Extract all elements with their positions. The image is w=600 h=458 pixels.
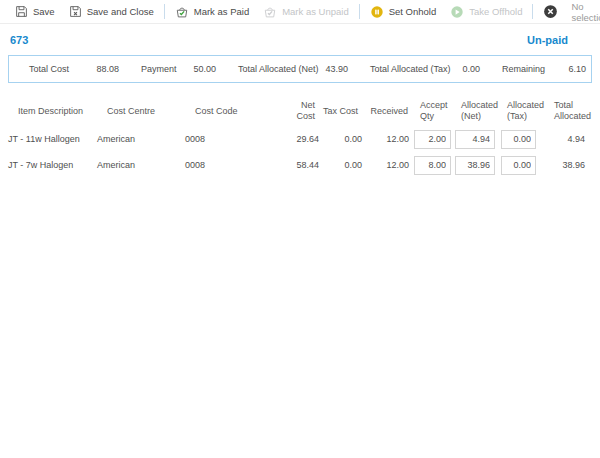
cell-total-allocated: 38.96	[540, 160, 593, 170]
allocation-table: Item Description Cost Centre Cost Code N…	[0, 96, 600, 178]
save-icon	[15, 5, 28, 18]
summary-total-allocated-tax: Total Allocated (Tax) 0.00	[370, 64, 480, 74]
column-header-net-cost: Net Cost	[282, 100, 319, 122]
cell-cost-code: 0008	[185, 160, 282, 170]
column-header-cost-code: Cost Code	[185, 106, 282, 117]
allocated-tax-input[interactable]	[501, 130, 536, 149]
cell-net-cost: 29.64	[282, 134, 319, 144]
save-and-close-button[interactable]: Save and Close	[62, 0, 161, 23]
save-label: Save	[33, 6, 55, 17]
toolbar-separator	[164, 4, 165, 19]
column-header-accept-qty: Accept Qty	[412, 100, 453, 122]
column-header-received: Received	[362, 106, 412, 117]
record-header: 673 Un-paid	[0, 24, 600, 46]
mark-as-paid-button[interactable]: Mark as Paid	[168, 0, 256, 23]
summary-label: Total Cost	[29, 64, 69, 74]
record-id: 673	[10, 34, 28, 46]
cell-item-description: JT - 7w Halogen	[8, 160, 97, 170]
summary-label: Payment	[141, 64, 177, 74]
summary-value: 6.10	[568, 64, 586, 74]
column-header-item-description: Item Description	[8, 106, 97, 117]
set-onhold-label: Set Onhold	[389, 6, 437, 17]
save-and-close-icon	[69, 5, 82, 18]
play-circle-icon	[450, 5, 464, 19]
selection-search-field[interactable]: No selection	[565, 3, 600, 21]
table-row: JT - 7w Halogen American 0008 58.44 0.00…	[0, 152, 600, 178]
column-header-tax-cost: Tax Cost	[319, 106, 362, 117]
allocated-net-input[interactable]	[455, 156, 495, 175]
cell-net-cost: 58.44	[282, 160, 319, 170]
toolbar-separator	[359, 4, 360, 19]
cell-cost-centre: American	[97, 134, 185, 144]
allocated-tax-input[interactable]	[501, 156, 536, 175]
summary-label: Total Allocated (Tax)	[370, 64, 451, 74]
mark-as-unpaid-icon	[263, 5, 277, 19]
summary-total-allocated-net: Total Allocated (Net) 43.90	[238, 64, 348, 74]
cell-total-allocated: 4.94	[540, 134, 593, 144]
summary-remaining: Remaining 6.10	[502, 64, 586, 74]
table-row: JT - 11w Hallogen American 0008 29.64 0.…	[0, 126, 600, 152]
summary-label: Total Allocated (Net)	[238, 64, 319, 74]
summary-value: 0.00	[462, 64, 480, 74]
toolbar-separator	[532, 4, 533, 19]
save-button[interactable]: Save	[8, 0, 62, 23]
mark-as-paid-icon	[175, 5, 189, 19]
mark-as-paid-label: Mark as Paid	[194, 6, 249, 17]
mark-as-unpaid-button: Mark as Unpaid	[256, 0, 356, 23]
summary-total-cost: Total Cost 88.08	[29, 64, 119, 74]
summary-label: Remaining	[502, 64, 545, 74]
summary-value: 43.90	[325, 64, 348, 74]
table-header-row: Item Description Cost Centre Cost Code N…	[0, 96, 600, 126]
cell-received: 12.00	[362, 134, 412, 144]
allocated-net-input[interactable]	[455, 130, 495, 149]
status-badge: Un-paid	[527, 34, 568, 46]
accept-qty-input[interactable]	[414, 130, 451, 149]
pause-circle-icon	[370, 5, 384, 19]
save-and-close-label: Save and Close	[87, 6, 154, 17]
toolbar: Save Save and Close Mark as Paid	[0, 0, 600, 24]
selection-search-placeholder: No selection	[571, 1, 600, 23]
cell-tax-cost: 0.00	[319, 134, 362, 144]
summary-payment: Payment 50.00	[141, 64, 216, 74]
cell-tax-cost: 0.00	[319, 160, 362, 170]
mark-as-unpaid-label: Mark as Unpaid	[282, 6, 349, 17]
cell-cost-centre: American	[97, 160, 185, 170]
set-onhold-button[interactable]: Set Onhold	[363, 0, 444, 23]
column-header-total-allocated: Total Allocated	[540, 100, 593, 122]
column-header-allocated-tax: Allocated (Tax)	[499, 100, 540, 122]
totals-summary-bar: Total Cost 88.08 Payment 50.00 Total All…	[8, 55, 592, 83]
column-header-allocated-net: Allocated (Net)	[453, 100, 499, 122]
take-offhold-label: Take Offhold	[469, 6, 522, 17]
close-circle-icon	[543, 4, 558, 19]
summary-value: 88.08	[96, 64, 119, 74]
column-header-cost-centre: Cost Centre	[97, 106, 185, 117]
clear-selection-button[interactable]	[536, 0, 565, 23]
cell-item-description: JT - 11w Hallogen	[8, 134, 97, 144]
cell-cost-code: 0008	[185, 134, 282, 144]
take-offhold-button: Take Offhold	[443, 0, 529, 23]
cell-received: 12.00	[362, 160, 412, 170]
summary-value: 50.00	[193, 64, 216, 74]
accept-qty-input[interactable]	[414, 156, 451, 175]
